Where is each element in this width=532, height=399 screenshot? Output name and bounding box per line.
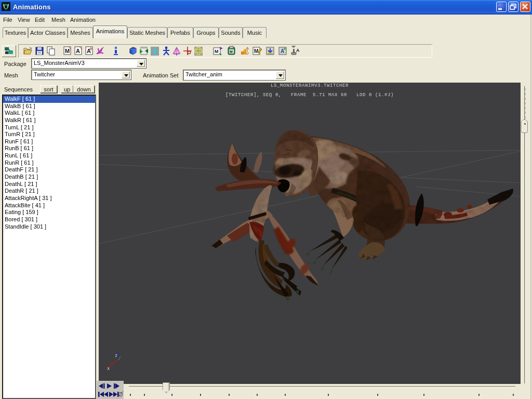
- svg-text:x: x: [107, 366, 110, 371]
- svg-text:A: A: [76, 48, 80, 54]
- svg-text:M: M: [65, 48, 70, 54]
- svg-text:A: A: [296, 48, 300, 53]
- svg-text:M: M: [254, 48, 258, 54]
- svg-text:M: M: [215, 49, 219, 54]
- svg-text:M: M: [230, 50, 233, 54]
- svg-text:z: z: [115, 353, 117, 358]
